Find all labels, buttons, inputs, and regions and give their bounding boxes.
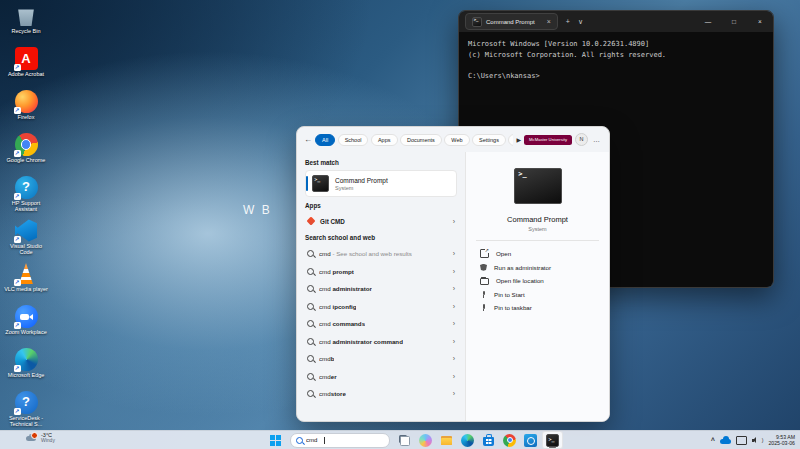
search-suggestion-row[interactable]: cmdb › — [305, 350, 457, 368]
task-view-icon — [398, 434, 411, 447]
minimize-button[interactable]: — — [695, 11, 721, 32]
desktop-icon-label: Firefox — [18, 114, 35, 120]
search-suggestion-row[interactable]: cmd ipconfig › — [305, 298, 457, 316]
windows-logo-icon — [270, 435, 281, 446]
desktop-icon[interactable]: Recycle Bin — [3, 4, 49, 43]
filter-tab[interactable]: Settings — [472, 134, 506, 146]
desktop-icon[interactable]: ↗ Visual Studio Code — [3, 219, 49, 258]
terminal-tab[interactable]: Command Prompt × — [465, 13, 558, 30]
clock[interactable]: 9:53 AM 2025-03-06 — [768, 434, 795, 446]
speaker-icon[interactable] — [752, 436, 761, 444]
taskbar-app-button[interactable] — [395, 432, 414, 448]
search-filter-bar: ← All School Apps Documents Web Settings… — [297, 127, 609, 152]
console-line — [468, 61, 764, 71]
chevron-right-icon: › — [453, 250, 455, 257]
admin-shield-icon — [480, 264, 487, 271]
filter-tab[interactable]: Documents — [400, 134, 442, 146]
search-icon — [307, 303, 314, 310]
search-suggestion-row[interactable]: cmd commands › — [305, 315, 457, 333]
maximize-button[interactable]: □ — [721, 11, 747, 32]
shortcut-arrow-badge: ↗ — [14, 365, 21, 372]
taskbar-app-button[interactable] — [500, 432, 519, 448]
context-action-row[interactable]: Pin to Start — [480, 288, 595, 302]
context-action-row[interactable]: Open file location — [480, 274, 595, 288]
display-tray-icon[interactable] — [736, 436, 747, 445]
back-arrow-icon[interactable]: ← — [304, 135, 312, 144]
recycle-bin-icon — [15, 4, 38, 27]
desktop-icon[interactable]: ↗ HP Support Assistant — [3, 176, 49, 215]
context-action-row[interactable]: Open — [480, 247, 595, 261]
taskbar: -3°C Windy — [0, 430, 800, 449]
filter-tab[interactable]: School — [338, 134, 369, 146]
chevron-right-icon: › — [453, 303, 455, 310]
shortcut-arrow-badge: ↗ — [14, 150, 21, 157]
desktop-icon[interactable]: ↗ Microsoft Edge — [3, 348, 49, 387]
search-suggestion-row[interactable]: cmder › — [305, 368, 457, 386]
search-icon — [307, 390, 314, 397]
app-result-row[interactable]: Git CMD › — [305, 213, 457, 229]
search-suggestion-row[interactable]: cmdstore › — [305, 385, 457, 403]
tabs-overflow-icon[interactable]: ▶ — [516, 136, 521, 143]
speaker-waves-icon: ) — [762, 437, 764, 443]
context-action-row[interactable]: Pin to taskbar — [480, 301, 595, 315]
taskbar-search-box[interactable] — [290, 433, 390, 448]
filter-tab[interactable]: Apps — [371, 134, 398, 146]
git-cmd-icon — [306, 216, 315, 225]
chevron-right-icon: › — [453, 338, 455, 345]
taskbar-app-button[interactable] — [479, 432, 498, 448]
system-tray: ^ ) 9:53 AM 2025-03-06 — [711, 432, 795, 448]
start-button[interactable] — [266, 432, 285, 448]
console-line: C:\Users\nkansas> — [468, 71, 764, 82]
shortcut-arrow-badge: ↗ — [14, 236, 21, 243]
context-action-row[interactable]: Run as administrator — [480, 261, 595, 275]
close-button[interactable]: × — [747, 11, 773, 32]
desktop-icon[interactable]: ↗ ServiceDesk - Technical S... — [3, 391, 49, 430]
taskbar-app-button[interactable] — [542, 431, 563, 449]
search-icon — [307, 268, 314, 275]
desktop-icon-grid: Recycle Bin ↗ Adobe Acrobat ↗ Firefox — [3, 4, 49, 434]
search-suggestion-row[interactable]: cmd - See school and web results › — [305, 245, 457, 263]
weather-condition: Windy — [41, 438, 55, 444]
tab-close-icon[interactable]: × — [547, 18, 551, 25]
onedrive-cloud-icon[interactable] — [720, 436, 731, 444]
taskbar-app-button[interactable] — [458, 432, 477, 448]
search-input[interactable] — [306, 437, 366, 443]
filter-tab[interactable]: Web — [444, 134, 469, 146]
weather-widget[interactable]: -3°C Windy — [26, 432, 55, 444]
folder-icon — [480, 278, 489, 285]
organization-badge[interactable]: McMaster University — [524, 135, 572, 145]
filter-tab[interactable]: All — [315, 134, 335, 146]
search-results-column: Best match Command Prompt System Apps — [297, 152, 465, 421]
desktop-icon[interactable]: ↗ VLC media player — [3, 262, 49, 301]
best-match-item[interactable]: Command Prompt System — [305, 170, 457, 197]
search-suggestion-row[interactable]: cmd administrator command › — [305, 333, 457, 351]
preview-subtitle: System — [528, 226, 546, 232]
more-options-icon[interactable]: … — [591, 136, 602, 143]
search-suggestion-row[interactable]: cmd prompt › — [305, 263, 457, 281]
desktop-icon[interactable]: ↗ Google Chrome — [3, 133, 49, 172]
account-avatar[interactable]: N — [575, 133, 588, 146]
desktop-icon-label: Visual Studio Code — [3, 243, 49, 256]
google-chrome-icon — [503, 434, 516, 447]
best-match-subtitle: System — [335, 185, 388, 191]
desktop-icon[interactable]: ↗ Firefox — [3, 90, 49, 129]
desktop-icon[interactable]: ↗ Adobe Acrobat — [3, 47, 49, 86]
pin-icon — [480, 304, 487, 311]
search-icon — [307, 338, 314, 345]
taskbar-app-button[interactable] — [521, 432, 540, 448]
desktop-icon[interactable]: ↗ Zoom Workplace — [3, 305, 49, 344]
desktop-icon-label: Recycle Bin — [11, 28, 40, 34]
taskbar-app-button[interactable] — [416, 432, 435, 448]
console-line: Microsoft Windows [Version 10.0.22631.48… — [468, 39, 764, 50]
new-tab-button[interactable]: + — [566, 18, 570, 25]
weather-icon — [26, 432, 38, 444]
filter-tab[interactable]: Peo — [508, 134, 513, 146]
taskbar-app-button[interactable] — [437, 432, 456, 448]
tray-overflow-chevron-icon[interactable]: ^ — [711, 437, 715, 444]
desktop-icon-label: Adobe Acrobat — [8, 71, 44, 77]
shortcut-arrow-badge: ↗ — [14, 64, 21, 71]
shortcut-arrow-badge: ↗ — [14, 107, 21, 114]
chevron-right-icon: › — [453, 390, 455, 397]
tab-dropdown-icon[interactable]: ∨ — [578, 18, 583, 26]
search-suggestion-row[interactable]: cmd administrator › — [305, 280, 457, 298]
